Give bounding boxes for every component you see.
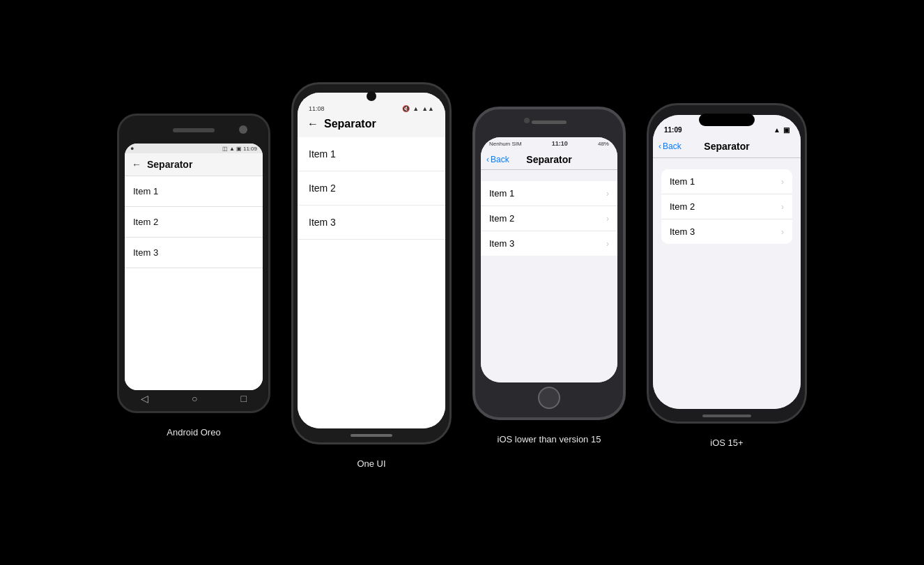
back-chevron-icon: ‹ [486, 155, 489, 164]
punch-hole-cam [367, 91, 376, 101]
list-item-label: Item 1 [670, 176, 695, 187]
chevron-icon: › [606, 189, 609, 199]
list-item-label: Item 2 [670, 201, 695, 212]
dynamic-island [699, 114, 755, 126]
one-ui-time: 11:08 [309, 105, 325, 112]
ios-new-content: Item 1 › Item 2 › Item 3 › [653, 158, 801, 409]
ios-old-status-bar: Nenhum SIM 11:10 48% [481, 137, 617, 150]
list-item-label: Item 3 [670, 226, 695, 237]
one-ui-screen: 11:08 🔇 ▲ ▲▲ ← Separator Item 1 Item 2 I… [298, 93, 445, 428]
mute-icon: 🔇 [402, 105, 410, 112]
ios-old-home-button[interactable] [538, 387, 560, 409]
android-oreo-label: Android Oreo [167, 427, 220, 438]
ios-new-time: 11:09 [664, 126, 682, 134]
list-item[interactable]: Item 1 › [661, 169, 792, 194]
back-arrow-icon[interactable]: ← [132, 159, 141, 170]
ios-new-label: iOS 15+ [710, 438, 743, 448]
chevron-icon: › [781, 177, 784, 187]
front-cam [239, 125, 247, 134]
list-item[interactable]: Item 3 [125, 238, 263, 268]
android-oreo-wrapper: ● ◫ ▲ ▣ 11:09 ← Separator Item 1 Item 2 … [117, 114, 270, 438]
battery-icon: ▣ [783, 126, 790, 134]
ios-new-status-icons: ▲ ▣ [773, 126, 790, 134]
ios-old-time: 11:10 [552, 140, 568, 147]
sim-icon: ◫ [222, 146, 228, 152]
back-arrow-icon[interactable]: ← [307, 118, 318, 130]
back-chevron-icon: ‹ [659, 141, 661, 151]
ios-new-back-button[interactable]: ‹ Back [659, 141, 682, 151]
chevron-icon: › [606, 214, 609, 224]
ios-old-nav-bar: ‹ Back Separator [481, 150, 617, 170]
list-item-label: Item 2 [489, 213, 514, 224]
ios-old-label: iOS lower than version 15 [498, 434, 601, 444]
list-item[interactable]: Item 1 [125, 176, 263, 207]
speaker-bar [173, 128, 215, 132]
android-oreo-device: ● ◫ ▲ ▣ 11:09 ← Separator Item 1 Item 2 … [117, 114, 270, 413]
one-ui-title: Separator [324, 118, 376, 130]
list-item[interactable]: Item 2 [298, 171, 445, 206]
ios-old-cam [524, 118, 530, 123]
wifi-icon: ▲ [229, 146, 235, 152]
chevron-icon: › [781, 202, 784, 212]
battery-icon: ▣ [236, 146, 242, 152]
ios-new-wrapper: 11:09 ▲ ▣ ‹ Back Separator [647, 103, 807, 448]
status-dot: ● [130, 145, 134, 152]
back-label: Back [663, 141, 682, 151]
status-icons: ◫ ▲ ▣ 11:09 [222, 146, 257, 152]
signal-icon: ▲▲ [422, 105, 434, 112]
list-item[interactable]: Item 2 › [481, 206, 617, 231]
list-item[interactable]: Item 3 › [481, 231, 617, 256]
list-item[interactable]: Item 2 [125, 207, 263, 238]
one-ui-label: One UI [357, 458, 385, 469]
chevron-icon: › [606, 239, 609, 249]
ios-old-battery: 48% [598, 141, 609, 147]
list-item[interactable]: Item 3 › [661, 219, 792, 244]
ios-new-nav-bar: ‹ Back Separator [653, 137, 801, 158]
ios-new-device: 11:09 ▲ ▣ ‹ Back Separator [647, 103, 807, 424]
back-label: Back [491, 155, 509, 164]
wifi-icon: ▲ [413, 105, 419, 112]
ios-new-home-indicator [702, 415, 751, 417]
one-ui-wrapper: 11:08 🔇 ▲ ▲▲ ← Separator Item 1 Item 2 I… [291, 82, 452, 469]
recent-nav-icon[interactable]: □ [241, 393, 247, 404]
back-nav-icon[interactable]: ◁ [141, 393, 148, 404]
ios-old-screen: Nenhum SIM 11:10 48% ‹ Back Separator It… [481, 137, 617, 382]
android-nav-bar: ◁ ○ □ [119, 390, 268, 407]
list-item[interactable]: Item 1 [298, 137, 445, 171]
ios-old-content: Item 1 › Item 2 › Item 3 › [481, 170, 617, 382]
list-item[interactable]: Item 1 › [481, 181, 617, 206]
android-content: Item 1 Item 2 Item 3 [125, 176, 263, 390]
android-app-bar: ← Separator [125, 153, 263, 176]
ios-old-wrapper: Nenhum SIM 11:10 48% ‹ Back Separator It… [472, 107, 626, 444]
home-nav-icon[interactable]: ○ [192, 393, 197, 404]
ios-old-device: Nenhum SIM 11:10 48% ‹ Back Separator It… [472, 107, 626, 420]
one-ui-content: Item 1 Item 2 Item 3 [298, 137, 445, 428]
android-oreo-screen: ● ◫ ▲ ▣ 11:09 ← Separator Item 1 Item 2 … [125, 144, 263, 390]
chevron-icon: › [781, 227, 784, 237]
wifi-icon: ▲ [773, 126, 780, 134]
ios-old-list: Item 1 › Item 2 › Item 3 › [481, 181, 617, 256]
android-title: Separator [147, 159, 192, 170]
one-ui-device: 11:08 🔇 ▲ ▲▲ ← Separator Item 1 Item 2 I… [291, 82, 452, 444]
ios-new-title: Separator [704, 141, 749, 152]
ios-old-back-button[interactable]: ‹ Back [486, 155, 509, 164]
list-item-label: Item 1 [489, 188, 514, 199]
one-ui-status-icons: 🔇 ▲ ▲▲ [402, 105, 434, 112]
scene: ● ◫ ▲ ▣ 11:09 ← Separator Item 1 Item 2 … [103, 61, 821, 504]
ios-new-screen: 11:09 ▲ ▣ ‹ Back Separator [653, 115, 801, 409]
android-status-bar: ● ◫ ▲ ▣ 11:09 [125, 144, 263, 153]
one-ui-app-bar: ← Separator [298, 114, 445, 137]
ios-old-sim: Nenhum SIM [489, 141, 522, 147]
one-ui-home-indicator [351, 434, 392, 437]
time-display: 11:09 [243, 146, 257, 152]
list-item[interactable]: Item 3 [298, 206, 445, 240]
list-item[interactable]: Item 2 › [661, 194, 792, 219]
ios-old-speaker [532, 121, 567, 124]
ios-old-title: Separator [526, 154, 571, 165]
ios-new-list: Item 1 › Item 2 › Item 3 › [661, 169, 792, 244]
list-item-label: Item 3 [489, 238, 514, 249]
